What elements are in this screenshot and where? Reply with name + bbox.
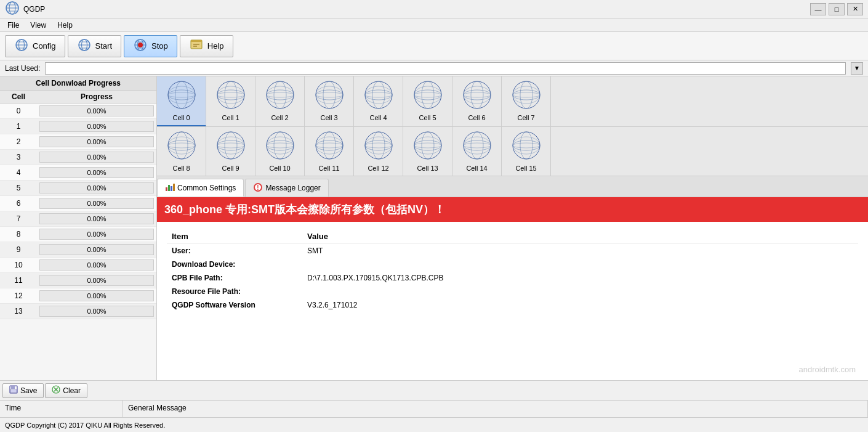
cell-item-cell-7[interactable]: Cell 7 (502, 76, 551, 126)
cell-item-cell-9[interactable]: Cell 9 (206, 127, 255, 176)
cell-row[interactable]: 9 0.00% (0, 242, 156, 258)
last-used-dropdown[interactable]: ▼ (851, 62, 863, 75)
cell-row[interactable]: 2 0.00% (0, 134, 156, 150)
watermark: androidmtk.com (799, 365, 856, 374)
cell-globe-icon (512, 80, 541, 112)
cell-item-label: Cell 2 (271, 114, 288, 121)
settings-item: QGDP Software Version (167, 298, 302, 312)
cell-row[interactable]: 12 0.00% (0, 288, 156, 304)
cell-number: 4 (0, 168, 37, 177)
svg-point-48 (365, 92, 392, 97)
cell-row[interactable]: 0 0.00% (0, 104, 156, 119)
cell-item-cell-2[interactable]: Cell 2 (255, 76, 305, 126)
save-label: Save (20, 386, 37, 395)
svg-point-85 (365, 132, 392, 159)
svg-point-91 (422, 132, 434, 159)
cell-progress-bar: 0.00% (39, 105, 154, 116)
cell-number: 11 (0, 276, 37, 285)
cell-row[interactable]: 13 0.00% (0, 304, 156, 319)
cell-row[interactable]: 10 0.00% (0, 258, 156, 273)
cell-item-cell-5[interactable]: Cell 5 (403, 76, 452, 126)
settings-value: V3.2.6_171012 (302, 298, 858, 312)
config-label: Config (33, 41, 56, 51)
cell-item-cell-12[interactable]: Cell 12 (354, 127, 403, 176)
svg-rect-106 (168, 185, 170, 191)
cell-row[interactable]: 4 0.00% (0, 165, 156, 181)
svg-point-95 (464, 132, 491, 159)
cell-row[interactable]: 3 0.00% (0, 150, 156, 165)
cell-item-cell-0[interactable]: Cell 0 (157, 76, 206, 126)
cell-progress-bar: 0.00% (39, 275, 154, 286)
svg-point-39 (267, 86, 294, 104)
svg-point-79 (267, 137, 294, 154)
cell-item-cell-1[interactable]: Cell 1 (206, 76, 255, 126)
save-button[interactable]: Save (2, 383, 44, 398)
cell-item-cell-8[interactable]: Cell 8 (157, 127, 206, 176)
svg-point-87 (365, 141, 392, 150)
svg-point-74 (217, 137, 244, 154)
tab-common-settings-label: Common Settings (177, 184, 236, 192)
svg-point-70 (217, 132, 244, 159)
cell-item-label: Cell 13 (417, 165, 438, 172)
cell-item-cell-3[interactable]: Cell 3 (305, 76, 354, 126)
cell-number: 6 (0, 199, 37, 208)
help-button[interactable]: Help (180, 35, 233, 57)
cell-row[interactable]: 11 0.00% (0, 273, 156, 288)
settings-item: Download Device: (167, 258, 302, 271)
cell-table-header: Cell Progress (0, 91, 156, 104)
cell-item-cell-11[interactable]: Cell 11 (305, 127, 354, 176)
svg-point-77 (267, 141, 294, 150)
minimize-button[interactable]: — (810, 3, 826, 15)
stop-button[interactable]: Stop (124, 35, 177, 57)
cell-row[interactable]: 6 0.00% (0, 196, 156, 211)
cell-item-cell-13[interactable]: Cell 13 (403, 127, 452, 176)
svg-point-63 (513, 92, 540, 97)
cell-item-label: Cell 8 (172, 165, 190, 172)
svg-point-42 (316, 90, 343, 100)
stop-label: Stop (151, 41, 168, 51)
settings-row: Download Device: (167, 258, 858, 271)
menu-help[interactable]: Help (52, 20, 78, 31)
svg-point-32 (217, 90, 244, 100)
config-button[interactable]: Config (5, 35, 65, 57)
svg-point-80 (316, 132, 343, 159)
cell-number: 13 (0, 307, 37, 316)
cell-row[interactable]: 8 0.00% (0, 227, 156, 242)
settings-item: User: (167, 244, 302, 258)
menu-view[interactable]: View (25, 20, 51, 31)
start-button[interactable]: Start (68, 35, 121, 57)
svg-point-76 (274, 132, 286, 159)
svg-point-88 (365, 143, 392, 148)
svg-point-93 (414, 143, 441, 148)
cell-item-cell-14[interactable]: Cell 14 (452, 127, 502, 176)
svg-point-73 (217, 143, 244, 148)
svg-text:!: ! (257, 184, 259, 191)
close-button[interactable]: ✕ (847, 3, 863, 15)
cell-item-cell-15[interactable]: Cell 15 (502, 127, 551, 176)
title-left: QGDP (5, 1, 45, 17)
tab-message-logger[interactable]: ! Message Logger (245, 179, 328, 197)
cell-number: 3 (0, 153, 37, 161)
tab-common-settings[interactable]: Common Settings (157, 179, 244, 197)
cell-item-cell-10[interactable]: Cell 10 (255, 127, 305, 176)
tab-message-logger-label: Message Logger (265, 184, 320, 192)
settings-value (302, 285, 858, 298)
cell-row[interactable]: 7 0.00% (0, 211, 156, 227)
maximize-button[interactable]: □ (829, 3, 845, 15)
svg-point-37 (267, 90, 294, 100)
cell-item-cell-4[interactable]: Cell 4 (354, 76, 403, 126)
cell-item-cell-6[interactable]: Cell 6 (452, 76, 502, 126)
cell-row[interactable]: 1 0.00% (0, 119, 156, 134)
cell-progress-bar: 0.00% (39, 229, 154, 240)
menu-file[interactable]: File (2, 20, 24, 31)
cell-row[interactable]: 5 0.00% (0, 181, 156, 196)
col-item-header: Item (167, 229, 302, 244)
svg-point-38 (267, 92, 294, 97)
svg-point-62 (513, 90, 540, 100)
cell-progress-bar: 0.00% (39, 259, 154, 271)
cell-item-label: Cell 10 (269, 165, 290, 172)
cell-number: 2 (0, 137, 37, 146)
last-used-input[interactable] (45, 62, 846, 75)
cell-progress-bar: 0.00% (39, 244, 154, 255)
clear-button[interactable]: Clear (45, 383, 87, 398)
